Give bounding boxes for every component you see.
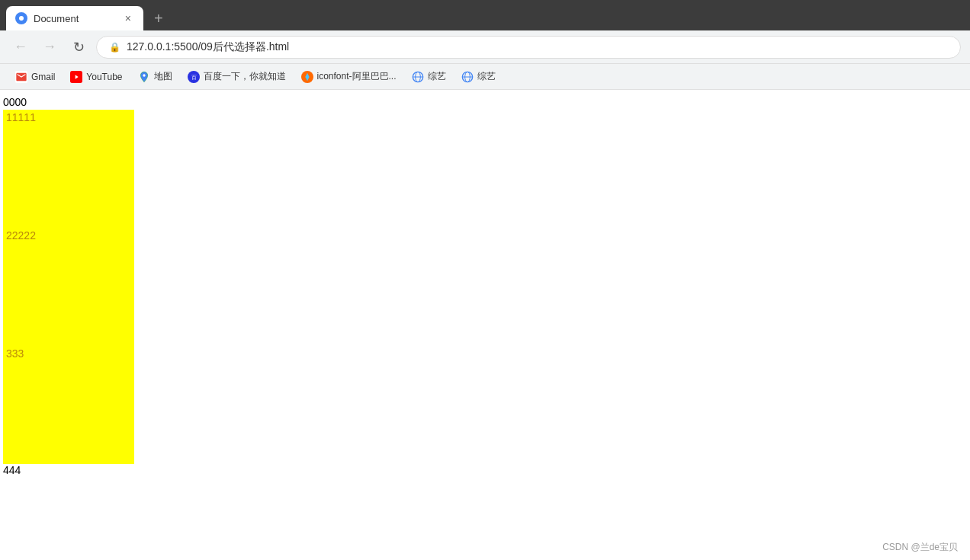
bookmark-gmail[interactable]: Gmail xyxy=(9,69,61,85)
back-button[interactable]: ← xyxy=(9,36,32,59)
maps-favicon xyxy=(138,71,150,83)
yellow-box-2: 22222 xyxy=(3,228,134,346)
box-label-2: 22222 xyxy=(3,228,134,243)
tab-bar: Document × + xyxy=(0,0,970,30)
address-text: 127.0.0.1:5500/09后代选择器.html xyxy=(127,40,289,54)
item-group-2: 22222 xyxy=(3,228,967,346)
youtube-label: YouTube xyxy=(86,72,122,82)
youtube-favicon xyxy=(70,71,82,83)
box-label-1: 11111 xyxy=(3,110,134,125)
iconfont-label: iconfont-阿里巴巴... xyxy=(317,70,397,83)
new-tab-button[interactable]: + xyxy=(146,7,171,30)
active-tab[interactable]: Document × xyxy=(6,6,143,30)
item-group-4: 444 xyxy=(3,464,967,476)
svg-point-3 xyxy=(143,74,145,76)
item-label-0: 0000 xyxy=(3,96,967,108)
tab-close-button[interactable]: × xyxy=(122,11,134,26)
reload-button[interactable]: ↻ xyxy=(67,36,90,59)
maps-label: 地图 xyxy=(154,70,172,83)
browser-chrome: Document × + ← → ↻ 🔒 127.0.0.1:5500/09后代… xyxy=(0,0,970,90)
svg-text:百: 百 xyxy=(191,74,196,79)
generic1-label: 综艺 xyxy=(428,70,446,83)
bookmark-baidu[interactable]: 百 百度一下，你就知道 xyxy=(181,68,292,85)
lock-icon: 🔒 xyxy=(109,42,120,53)
item-label-4: 444 xyxy=(3,464,967,476)
bookmark-generic1[interactable]: 综艺 xyxy=(406,68,452,85)
tab-title: Document xyxy=(34,13,116,24)
forward-button[interactable]: → xyxy=(38,36,61,59)
generic1-favicon xyxy=(412,71,424,83)
baidu-label: 百度一下，你就知道 xyxy=(204,70,286,83)
bookmark-youtube[interactable]: YouTube xyxy=(64,69,128,85)
yellow-box-3: 333 xyxy=(3,346,134,464)
tab-favicon xyxy=(15,12,27,24)
navigation-bar: ← → ↻ 🔒 127.0.0.1:5500/09后代选择器.html xyxy=(0,30,970,64)
bookmark-iconfont[interactable]: iconfont-阿里巴巴... xyxy=(295,68,403,85)
iconfont-favicon xyxy=(301,71,313,83)
box-label-3: 333 xyxy=(3,346,134,361)
address-bar[interactable]: 🔒 127.0.0.1:5500/09后代选择器.html xyxy=(96,36,961,59)
generic2-favicon xyxy=(461,71,474,83)
bookmarks-bar: Gmail YouTube 地图 百 百度一下，你就知道 iconfont-阿里… xyxy=(0,64,970,90)
item-group-3: 333 xyxy=(3,346,967,464)
yellow-box-1: 11111 xyxy=(3,110,134,228)
gmail-favicon xyxy=(15,71,27,83)
gmail-label: Gmail xyxy=(31,72,55,82)
generic2-label: 综艺 xyxy=(477,70,496,83)
page-content: 0000 11111 22222 333 444 xyxy=(0,90,970,532)
bookmark-maps[interactable]: 地图 xyxy=(132,68,178,85)
item-group-1: 11111 xyxy=(3,110,967,228)
item-group-0: 0000 xyxy=(3,96,967,108)
bookmark-generic2[interactable]: 综艺 xyxy=(455,68,502,85)
baidu-favicon: 百 xyxy=(188,71,200,83)
